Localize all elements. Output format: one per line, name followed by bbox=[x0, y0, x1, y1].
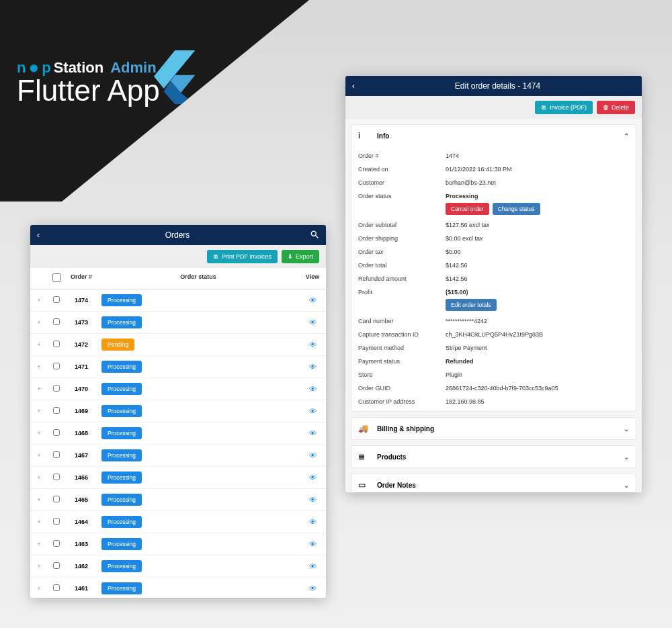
view-icon[interactable]: 👁 bbox=[309, 363, 317, 371]
row-checkbox[interactable] bbox=[53, 540, 60, 547]
row-checkbox[interactable] bbox=[53, 385, 60, 392]
pdf-icon: 🗎 bbox=[213, 253, 219, 260]
label-created: Created on bbox=[358, 166, 446, 173]
table-row: +1467Processing👁 bbox=[30, 445, 326, 467]
view-icon[interactable]: 👁 bbox=[309, 385, 317, 393]
row-checkbox[interactable] bbox=[53, 496, 60, 502]
view-icon[interactable]: 👁 bbox=[309, 584, 317, 592]
print-pdf-button[interactable]: 🗎 Print PDF invoices bbox=[207, 250, 278, 263]
expand-icon[interactable]: + bbox=[30, 585, 48, 592]
notes-card-header[interactable]: ▭ Order Notes ⌄ bbox=[351, 474, 636, 492]
label-tax: Order tax bbox=[358, 249, 446, 255]
expand-icon[interactable]: + bbox=[30, 496, 48, 503]
expand-icon[interactable]: + bbox=[30, 563, 48, 570]
cancel-order-button[interactable]: Cancel order bbox=[446, 203, 489, 215]
row-checkbox[interactable] bbox=[53, 429, 60, 436]
export-button[interactable]: ⬇ Export bbox=[282, 250, 319, 263]
status-badge: Processing bbox=[101, 516, 142, 528]
row-checkbox[interactable] bbox=[53, 451, 60, 458]
view-icon[interactable]: 👁 bbox=[309, 562, 317, 570]
delete-button[interactable]: 🗑 Delete bbox=[597, 101, 635, 114]
info-icon: i bbox=[358, 131, 369, 140]
label-guid: Order GUID bbox=[358, 385, 446, 392]
row-checkbox[interactable] bbox=[53, 296, 60, 303]
row-checkbox[interactable] bbox=[53, 584, 60, 591]
row-checkbox[interactable] bbox=[53, 318, 60, 325]
change-status-button[interactable]: Change status bbox=[493, 203, 540, 215]
value-ip: 182.160.98.85 bbox=[446, 398, 629, 405]
table-row: +1461Processing👁 bbox=[30, 578, 326, 598]
row-checkbox[interactable] bbox=[53, 562, 60, 569]
back-icon[interactable]: ‹ bbox=[352, 81, 355, 91]
expand-icon[interactable]: + bbox=[30, 430, 48, 437]
view-icon[interactable]: 👁 bbox=[309, 451, 317, 459]
orders-title: Orders bbox=[45, 230, 310, 240]
products-title: Products bbox=[377, 453, 616, 461]
label-method: Payment method bbox=[358, 345, 446, 351]
row-checkbox[interactable] bbox=[53, 407, 60, 414]
order-id: 1464 bbox=[65, 519, 97, 525]
expand-icon[interactable]: + bbox=[30, 452, 48, 459]
products-card-header[interactable]: ≣ Products ⌄ bbox=[351, 446, 636, 467]
order-id: 1472 bbox=[65, 341, 97, 348]
order-id: 1467 bbox=[65, 452, 97, 459]
view-icon[interactable]: 👁 bbox=[309, 341, 317, 349]
row-checkbox[interactable] bbox=[53, 474, 60, 480]
status-badge: Processing bbox=[101, 316, 142, 328]
label-total: Order total bbox=[358, 262, 446, 269]
expand-icon[interactable]: + bbox=[30, 474, 48, 481]
expand-icon[interactable]: + bbox=[30, 341, 48, 348]
expand-icon[interactable]: + bbox=[30, 541, 48, 547]
svg-point-3 bbox=[311, 231, 316, 236]
view-icon[interactable]: 👁 bbox=[309, 496, 317, 504]
info-card-header[interactable]: i Info ⌃ bbox=[351, 125, 636, 146]
list-icon: ≣ bbox=[358, 452, 369, 461]
label-profit: Profit bbox=[358, 289, 446, 311]
view-icon[interactable]: 👁 bbox=[309, 474, 317, 482]
truck-icon: 🚚 bbox=[358, 424, 369, 433]
back-icon[interactable]: ‹ bbox=[37, 230, 40, 240]
billing-title: Billing & shipping bbox=[377, 425, 616, 433]
invoice-button[interactable]: 🗎 Invoice (PDF) bbox=[535, 101, 593, 114]
view-icon[interactable]: 👁 bbox=[309, 429, 317, 437]
detail-titlebar: ‹ Edit order details - 1474 bbox=[345, 76, 642, 96]
order-id: 1461 bbox=[65, 585, 97, 592]
status-badge: Processing bbox=[101, 361, 142, 373]
select-all-checkbox[interactable] bbox=[52, 273, 61, 282]
orders-panel: ‹ Orders 🗎 Print PDF invoices ⬇ Export O… bbox=[30, 225, 326, 598]
expand-icon[interactable]: + bbox=[30, 408, 48, 414]
note-icon: ▭ bbox=[358, 480, 369, 490]
table-row: +1472Pending👁 bbox=[30, 334, 326, 356]
search-icon[interactable] bbox=[310, 230, 319, 241]
expand-icon[interactable]: + bbox=[30, 363, 48, 370]
order-id: 1474 bbox=[65, 297, 97, 304]
status-badge: Pending bbox=[101, 339, 134, 351]
export-icon: ⬇ bbox=[288, 253, 293, 260]
view-icon[interactable]: 👁 bbox=[309, 318, 317, 326]
info-title: Info bbox=[377, 132, 616, 140]
expand-icon[interactable]: + bbox=[30, 319, 48, 326]
expand-icon[interactable]: + bbox=[30, 386, 48, 392]
status-badge: Processing bbox=[101, 582, 142, 594]
billing-card-header[interactable]: 🚚 Billing & shipping ⌄ bbox=[351, 418, 636, 439]
view-icon[interactable]: 👁 bbox=[309, 540, 317, 548]
row-checkbox[interactable] bbox=[53, 518, 60, 525]
value-status-block: Processing Cancel order Change status bbox=[446, 193, 629, 215]
view-icon[interactable]: 👁 bbox=[309, 296, 317, 304]
table-row: +1470Processing👁 bbox=[30, 378, 326, 400]
expand-icon[interactable]: + bbox=[30, 519, 48, 525]
brand-text: n●pStation Admin Flutter App bbox=[17, 57, 160, 107]
value-profit: ($15.00) bbox=[446, 289, 468, 296]
row-checkbox[interactable] bbox=[53, 363, 60, 369]
trash-icon: 🗑 bbox=[603, 104, 609, 111]
row-checkbox[interactable] bbox=[53, 341, 60, 347]
notes-card: ▭ Order Notes ⌄ bbox=[351, 474, 636, 492]
chevron-down-icon: ⌄ bbox=[624, 482, 629, 489]
header-view: View bbox=[299, 273, 326, 283]
view-icon[interactable]: 👁 bbox=[309, 518, 317, 526]
status-badge: Processing bbox=[101, 560, 142, 572]
expand-icon[interactable]: + bbox=[30, 297, 48, 304]
edit-order-totals-button[interactable]: Edit order totals bbox=[446, 299, 497, 311]
view-icon[interactable]: 👁 bbox=[309, 407, 317, 415]
status-badge: Processing bbox=[101, 538, 142, 550]
